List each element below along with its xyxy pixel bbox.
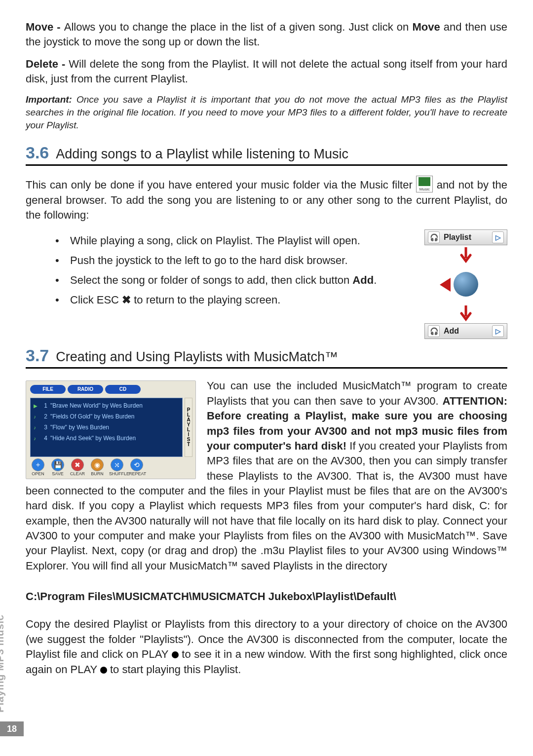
note-icon: ♪ xyxy=(34,414,40,419)
s37-paragraph-2: Copy the desired Playlist or Playlists f… xyxy=(26,617,507,677)
mm-tab-cd: CD xyxy=(105,385,141,394)
play-marker-icon: ▶ xyxy=(34,403,40,409)
playlist-path: C:\Program Files\MUSICMATCH\MUSICMATCH J… xyxy=(26,589,507,604)
delete-label: Delete - xyxy=(26,58,69,70)
playlist-bar: 🎧 Playlist ▷ xyxy=(424,229,507,245)
mm-clear-button: ✖CLEAR xyxy=(70,458,85,476)
mm-save-button: 💾SAVE xyxy=(50,458,66,476)
section-3-7-heading: 3.7 Creating and Using Playlists with Mu… xyxy=(26,346,507,369)
s36-intro: This can only be done if you have entere… xyxy=(26,176,507,223)
down-arrow-icon xyxy=(424,303,507,323)
mm-tab-file: FILE xyxy=(30,385,66,394)
mm-row: ♪3"Flow" by Wes Burden xyxy=(34,422,179,433)
section-number: 3.6 xyxy=(26,143,49,162)
down-arrow-icon xyxy=(424,245,507,265)
move-label: Move - xyxy=(26,21,64,33)
list-item: While playing a song, click on Playlist.… xyxy=(55,233,413,248)
list-item: Push the joystick to the left to go to t… xyxy=(55,253,413,268)
s36-bullet-list: While playing a song, click on Playlist.… xyxy=(55,233,413,307)
section-title: Adding songs to a Playlist while listeni… xyxy=(56,147,348,162)
mm-shuffle-button: ⤭SHUFFLE xyxy=(109,458,125,476)
play-dot-icon xyxy=(100,667,107,674)
left-triangle-icon xyxy=(440,278,451,292)
esc-x-icon: ✖ xyxy=(122,294,131,306)
mm-row: ▶1"Brave New World" by Wes Burden xyxy=(34,400,179,411)
section-number: 3.7 xyxy=(26,346,49,365)
delete-paragraph: Delete - Will delete the song from the P… xyxy=(26,57,507,87)
mm-open-button: ＋OPEN xyxy=(30,458,46,476)
section-title: Creating and Using Playlists with MusicM… xyxy=(56,349,338,365)
sidebar-chapter-label: Playing MP3 music xyxy=(0,614,6,713)
mm-row: ♪4"Hide And Seek" by Wes Burden xyxy=(34,433,179,444)
note-icon: ♪ xyxy=(34,436,40,441)
playlist-headphones-icon: 🎧 xyxy=(428,231,440,243)
mm-row: ♪2"Fields Of Gold" by Wes Burden xyxy=(34,411,179,422)
page-number: 18 xyxy=(0,721,24,736)
playlist-add-illustration: 🎧 Playlist ▷ 🎧 Add ▷ xyxy=(424,229,507,339)
musicmatch-screenshot: FILE RADIO CD ▶1"Brave New World" by Wes… xyxy=(26,380,196,479)
mm-tab-radio: RADIO xyxy=(68,385,103,394)
music-filter-icon xyxy=(416,176,433,192)
play-dot-icon xyxy=(172,651,179,658)
mm-burn-button: ◉BURN xyxy=(89,458,105,476)
mm-repeat-button: ⟲REPEAT xyxy=(129,458,145,476)
list-item: Click ESC ✖ to return to the playing scr… xyxy=(55,293,413,307)
add-headphones-icon: 🎧 xyxy=(428,325,440,337)
mm-button-row: ＋OPEN 💾SAVE ✖CLEAR ◉BURN ⤭SHUFFLE ⟲REPEA… xyxy=(30,459,191,476)
mm-side-playlist-label: PLAYLIST xyxy=(185,398,192,457)
play-icon: ▷ xyxy=(492,231,504,243)
mm-playlist-area: ▶1"Brave New World" by Wes Burden ♪2"Fie… xyxy=(30,398,183,457)
play-icon: ▷ xyxy=(492,325,504,337)
add-bar: 🎧 Add ▷ xyxy=(424,323,507,339)
section-3-6-heading: 3.6 Adding songs to a Playlist while lis… xyxy=(26,143,507,166)
list-item: Select the song or folder of songs to ad… xyxy=(55,273,413,288)
important-note: Important: Once you save a Playlist it i… xyxy=(26,93,507,131)
joystick-icon xyxy=(450,268,482,301)
note-icon: ♪ xyxy=(34,425,40,430)
move-paragraph: Move - Allows you to change the place in… xyxy=(26,20,507,50)
